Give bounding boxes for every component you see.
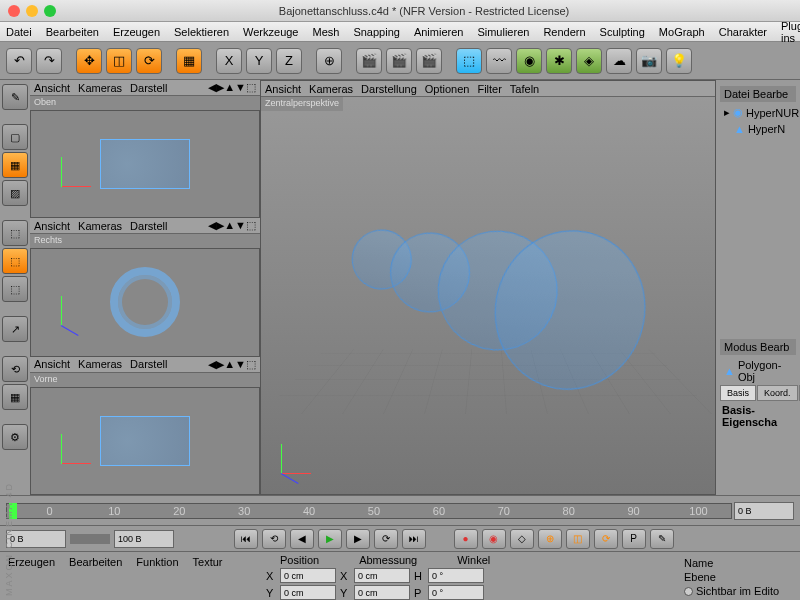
last-tool-button[interactable]: ▦	[176, 48, 202, 74]
generator-button[interactable]: ✱	[546, 48, 572, 74]
zoom-icon[interactable]	[44, 5, 56, 17]
menu-animieren[interactable]: Animieren	[414, 26, 464, 38]
spline-button[interactable]: 〰	[486, 48, 512, 74]
goto-start-button[interactable]: ⏮	[234, 529, 258, 549]
key-param-button[interactable]: P	[622, 529, 646, 549]
menu-charakter[interactable]: Charakter	[719, 26, 767, 38]
workplane-button[interactable]: ▨	[2, 180, 28, 206]
key-scale-button[interactable]: ◫	[566, 529, 590, 549]
timeline: 0102030405060708090100	[0, 495, 800, 525]
time-end-input[interactable]	[114, 530, 174, 548]
camera-button[interactable]: 📷	[636, 48, 662, 74]
menu-plugins[interactable]: Plug-ins	[781, 20, 800, 44]
rot-p-input[interactable]	[428, 585, 484, 600]
menu-sculpting[interactable]: Sculpting	[600, 26, 645, 38]
cube-primitive-button[interactable]: ⬚	[456, 48, 482, 74]
tab-darstellung[interactable]: Darstell	[130, 82, 167, 94]
menu-mesh[interactable]: Mesh	[312, 26, 339, 38]
snap-button[interactable]: ▦	[2, 384, 28, 410]
editable-icon[interactable]: ✎	[2, 84, 28, 110]
move-button[interactable]: ✥	[76, 48, 102, 74]
keyframe-button[interactable]: ◇	[510, 529, 534, 549]
time-start-input[interactable]	[6, 530, 66, 548]
tweak-button[interactable]: ⟲	[2, 356, 28, 382]
menu-datei[interactable]: Datei	[6, 26, 32, 38]
next-frame-button[interactable]: ▶	[346, 529, 370, 549]
quad-views: Ansicht Kameras Darstell ◀▶▲▼⬚ Oben Ansi…	[30, 80, 260, 495]
minimize-icon[interactable]	[26, 5, 38, 17]
menu-werkzeuge[interactable]: Werkzeuge	[243, 26, 298, 38]
time-current-input[interactable]	[734, 502, 794, 520]
key-rot-button[interactable]: ⟳	[594, 529, 618, 549]
autokey-button[interactable]: ◉	[482, 529, 506, 549]
tab-koord[interactable]: Koord.	[757, 385, 798, 401]
deformer-button[interactable]: ◈	[576, 48, 602, 74]
nurbs-button[interactable]: ◉	[516, 48, 542, 74]
redo-button[interactable]: ↷	[36, 48, 62, 74]
app-logo: MAXON CINEMA 4D	[4, 482, 14, 596]
menu-selektieren[interactable]: Selektieren	[174, 26, 229, 38]
render-region-button[interactable]: 🎬	[386, 48, 412, 74]
bottom-panel: Erzeugen Bearbeiten Funktion Textur Posi…	[0, 551, 800, 600]
key-pla-button[interactable]: ✎	[650, 529, 674, 549]
main-toolbar: ↶ ↷ ✥ ◫ ⟳ ▦ X Y Z ⊕ 🎬 🎬 🎬 ⬚ 〰 ◉ ✱ ◈ ☁ 📷 …	[0, 42, 800, 80]
misc-button[interactable]: ⚙	[2, 424, 28, 450]
viewport-perspective[interactable]: Ansicht Kameras Darstellung Optionen Fil…	[260, 80, 716, 495]
object-manager: Datei Bearbe ▸ ◉ HyperNURBS ▲ HyperN Mod…	[716, 80, 800, 495]
goto-end-button[interactable]: ⏭	[402, 529, 426, 549]
view-tabs-top: Ansicht Kameras Darstell ◀▶▲▼⬚	[30, 80, 260, 96]
edge-mode-button[interactable]: ⬚	[2, 248, 28, 274]
menu-rendern[interactable]: Rendern	[543, 26, 585, 38]
axis-z-button[interactable]: Z	[276, 48, 302, 74]
environment-button[interactable]: ☁	[606, 48, 632, 74]
next-key-button[interactable]: ⟳	[374, 529, 398, 549]
playback-bar: ⏮ ⟲ ◀ ▶ ▶ ⟳ ⏭ ● ◉ ◇ ⊕ ◫ ⟳ P ✎	[0, 525, 800, 551]
play-button[interactable]: ▶	[318, 529, 342, 549]
tab-ansicht[interactable]: Ansicht	[34, 82, 70, 94]
view-label-right: Rechts	[30, 234, 260, 248]
close-icon[interactable]	[8, 5, 20, 17]
key-pos-button[interactable]: ⊕	[538, 529, 562, 549]
render-button[interactable]: 🎬	[356, 48, 382, 74]
viewport-right[interactable]	[30, 248, 260, 356]
axis-y-button[interactable]: Y	[246, 48, 272, 74]
rotate-button[interactable]: ⟳	[136, 48, 162, 74]
texture-mode-button[interactable]: ▦	[2, 152, 28, 178]
render-settings-button[interactable]: 🎬	[416, 48, 442, 74]
size-x-input[interactable]	[354, 568, 410, 583]
prev-key-button[interactable]: ⟲	[262, 529, 286, 549]
size-y-input[interactable]	[354, 585, 410, 600]
window-title: Bajonettanschluss.c4d * (NFR Version - R…	[56, 5, 792, 17]
light-button[interactable]: 💡	[666, 48, 692, 74]
record-button[interactable]: ●	[454, 529, 478, 549]
pos-y-input[interactable]	[280, 585, 336, 600]
undo-button[interactable]: ↶	[6, 48, 32, 74]
menu-erzeugen[interactable]: Erzeugen	[113, 26, 160, 38]
attribute-fields: Name Ebene Sichtbar im Edito Sichtbar be…	[680, 552, 800, 600]
menu-bearbeiten[interactable]: Bearbeiten	[46, 26, 99, 38]
range-slider[interactable]	[70, 534, 110, 544]
coord-button[interactable]: ⊕	[316, 48, 342, 74]
time-ruler[interactable]: 0102030405060708090100	[6, 503, 732, 519]
axis-mode-button[interactable]: ↗	[2, 316, 28, 342]
prev-frame-button[interactable]: ◀	[290, 529, 314, 549]
axis-x-button[interactable]: X	[216, 48, 242, 74]
menu-snapping[interactable]: Snapping	[353, 26, 400, 38]
model-mode-button[interactable]: ▢	[2, 124, 28, 150]
pos-x-input[interactable]	[280, 568, 336, 583]
vis-editor-radio[interactable]	[684, 587, 693, 596]
scale-button[interactable]: ◫	[106, 48, 132, 74]
poly-mode-button[interactable]: ⬚	[2, 276, 28, 302]
rot-h-input[interactable]	[428, 568, 484, 583]
menu-simulieren[interactable]: Simulieren	[477, 26, 529, 38]
window-controls	[8, 5, 56, 17]
viewport-front[interactable]	[30, 387, 260, 495]
tab-basis[interactable]: Basis	[720, 385, 756, 401]
menu-mograph[interactable]: MoGraph	[659, 26, 705, 38]
tab-kameras[interactable]: Kameras	[78, 82, 122, 94]
view-label-front: Vorne	[30, 373, 260, 387]
object-item[interactable]: ▸ ◉ HyperNURBS	[720, 104, 796, 121]
viewport-top[interactable]	[30, 110, 260, 218]
point-mode-button[interactable]: ⬚	[2, 220, 28, 246]
object-item[interactable]: ▲ HyperN	[720, 121, 796, 137]
